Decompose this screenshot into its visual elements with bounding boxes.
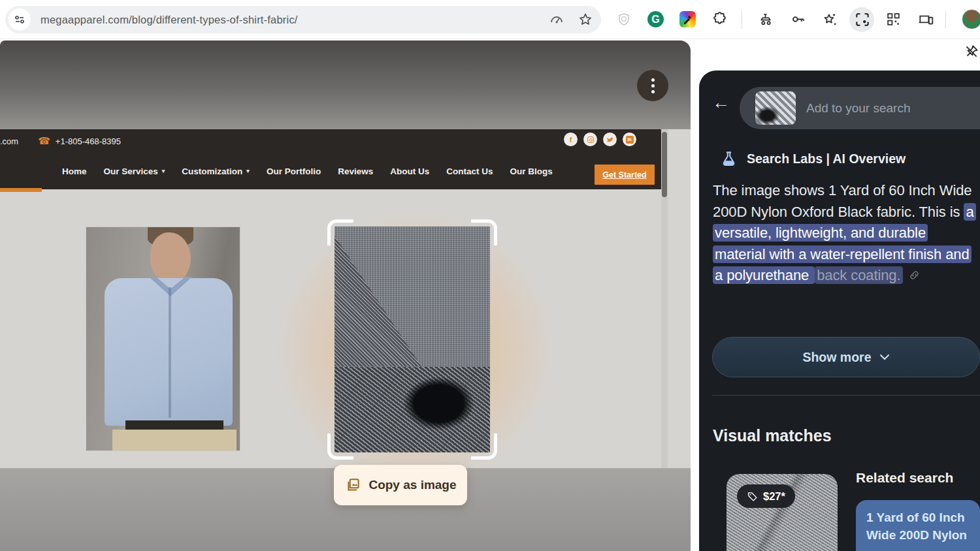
copy-image-icon bbox=[344, 477, 361, 494]
shield-icon bbox=[616, 12, 632, 27]
nav-our-services[interactable]: Our Services▾ bbox=[104, 166, 165, 176]
related-search-title: Related search bbox=[856, 470, 953, 486]
colorpicker-icon bbox=[679, 11, 696, 27]
selection-handle-bottom-left[interactable] bbox=[327, 433, 353, 460]
nav-customization[interactable]: Customization▾ bbox=[182, 166, 250, 176]
nav-about-us[interactable]: About Us bbox=[390, 166, 429, 176]
site-header: .com ☎ +1-805-468-8395 f in Home Our Ser… bbox=[0, 129, 661, 189]
nav-contact-us[interactable]: Contact Us bbox=[446, 166, 493, 176]
unpin-icon[interactable] bbox=[963, 43, 980, 60]
url-text[interactable]: megaapparel.com/blog/different-types-of-… bbox=[41, 6, 298, 33]
qr-code-icon bbox=[885, 11, 902, 27]
instagram-icon[interactable] bbox=[583, 133, 597, 146]
show-more-button[interactable]: Show more bbox=[712, 337, 980, 377]
visual-matches-title: Visual matches bbox=[713, 426, 832, 445]
chevron-down-icon bbox=[879, 354, 890, 360]
bookmark-button[interactable] bbox=[578, 12, 593, 27]
add-to-search-input[interactable] bbox=[806, 87, 970, 129]
selection-handle-top-right[interactable] bbox=[471, 219, 497, 245]
caret-down-icon: ▾ bbox=[162, 168, 165, 174]
lens-search-bar[interactable] bbox=[740, 87, 980, 129]
send-to-devices-button[interactable] bbox=[917, 10, 934, 28]
labs-title: Search Labs | AI Overview bbox=[747, 151, 906, 166]
site-topbar: .com ☎ +1-805-468-8395 bbox=[0, 129, 661, 153]
shield-extension-button[interactable] bbox=[615, 10, 632, 28]
tune-icon bbox=[14, 14, 25, 25]
webpage-capture: .com ☎ +1-805-468-8395 f in Home Our Ser… bbox=[0, 40, 691, 551]
nav-our-portfolio[interactable]: Our Portfolio bbox=[267, 166, 321, 176]
page-dimmed-hero bbox=[0, 40, 691, 129]
bookmark-star-icon bbox=[578, 12, 593, 27]
linkedin-icon[interactable]: in bbox=[623, 133, 636, 146]
address-bar[interactable]: megaapparel.com/blog/different-types-of-… bbox=[5, 6, 601, 33]
passwords-button[interactable] bbox=[789, 10, 807, 28]
twitter-icon[interactable] bbox=[603, 133, 617, 146]
puzzle-icon bbox=[711, 11, 728, 27]
lens-capture-icon bbox=[854, 11, 871, 28]
query-image-thumbnail[interactable] bbox=[755, 91, 796, 125]
lens-results-panel: ← Search Labs | AI Overview ⋮ The image … bbox=[699, 71, 980, 551]
copy-as-image-button[interactable]: Copy as image bbox=[334, 465, 467, 505]
caret-down-icon: ▾ bbox=[246, 168, 250, 174]
selection-handle-bottom-right[interactable] bbox=[471, 433, 497, 460]
main-nav: Home Our Services▾ Customization▾ Our Po… bbox=[62, 153, 553, 189]
performance-button[interactable] bbox=[549, 12, 564, 27]
phone-number[interactable]: +1-805-468-8395 bbox=[56, 136, 121, 146]
nav-reviews[interactable]: Reviews bbox=[338, 166, 373, 176]
ai-overview-text: The image shows 1 Yard of 60 Inch Wide 2… bbox=[713, 180, 977, 288]
phone-icon: ☎ bbox=[38, 135, 50, 147]
get-started-button[interactable]: Get Started bbox=[595, 165, 655, 185]
kart-icon bbox=[758, 11, 774, 27]
back-arrow-icon[interactable]: ← bbox=[712, 94, 730, 112]
overview-lead: The image shows 1 Yard of 60 Inch Wide 2… bbox=[713, 182, 972, 220]
browser-toolbar: megaapparel.com/blog/different-types-of-… bbox=[0, 0, 980, 39]
nav-our-blogs[interactable]: Our Blogs bbox=[510, 166, 552, 176]
star-sparkle-icon bbox=[821, 11, 838, 28]
profile-avatar[interactable] bbox=[962, 9, 980, 29]
screenshot-lens-button[interactable] bbox=[853, 10, 871, 28]
screenshot-root: megaapparel.com/blog/different-types-of-… bbox=[0, 0, 980, 551]
speedometer-icon bbox=[549, 12, 564, 27]
qr-button[interactable] bbox=[885, 10, 902, 28]
colorpicker-extension-button[interactable] bbox=[679, 10, 696, 28]
social-links: f in bbox=[564, 133, 636, 146]
blog-image-fabric bbox=[335, 227, 490, 452]
blog-image-man-shirt bbox=[86, 227, 240, 451]
price-tag-icon bbox=[747, 491, 758, 502]
citation-link-icon[interactable] bbox=[908, 266, 921, 288]
overview-muted[interactable]: back coating. bbox=[815, 266, 902, 284]
selection-handle-top-left[interactable] bbox=[327, 219, 353, 245]
grammarly-extension-button[interactable]: G bbox=[647, 10, 664, 28]
page-scrollbar-thumb[interactable] bbox=[662, 132, 667, 197]
kart-extension-button[interactable] bbox=[757, 10, 775, 28]
visual-match-card[interactable]: $27* bbox=[727, 474, 838, 551]
related-search-card[interactable]: 1 Yard of 60 Inch Wide 200D Nylon bbox=[856, 500, 980, 551]
price-badge[interactable]: $27* bbox=[737, 484, 795, 508]
grammarly-icon: G bbox=[647, 11, 664, 27]
site-settings-button[interactable] bbox=[8, 8, 31, 31]
nav-home[interactable]: Home bbox=[62, 166, 87, 176]
labs-flask-icon bbox=[720, 150, 738, 168]
devices-icon bbox=[917, 11, 934, 28]
search-labs-header: Search Labs | AI Overview bbox=[720, 150, 906, 168]
email-fragment: .com bbox=[0, 136, 18, 146]
lens-selection-region[interactable] bbox=[330, 222, 495, 457]
page-more-options-button[interactable] bbox=[637, 70, 668, 101]
facebook-icon[interactable]: f bbox=[564, 133, 578, 146]
toolbar-separator bbox=[945, 10, 946, 29]
reading-list-button[interactable] bbox=[821, 10, 838, 28]
toolbar-separator bbox=[742, 10, 742, 29]
key-icon bbox=[790, 11, 806, 27]
section-divider bbox=[712, 395, 980, 396]
extensions-button[interactable] bbox=[711, 10, 728, 28]
more-options-icon[interactable]: ⋮ bbox=[975, 149, 980, 165]
related-search-query: 1 Yard of 60 Inch Wide 200D Nylon bbox=[866, 509, 980, 544]
